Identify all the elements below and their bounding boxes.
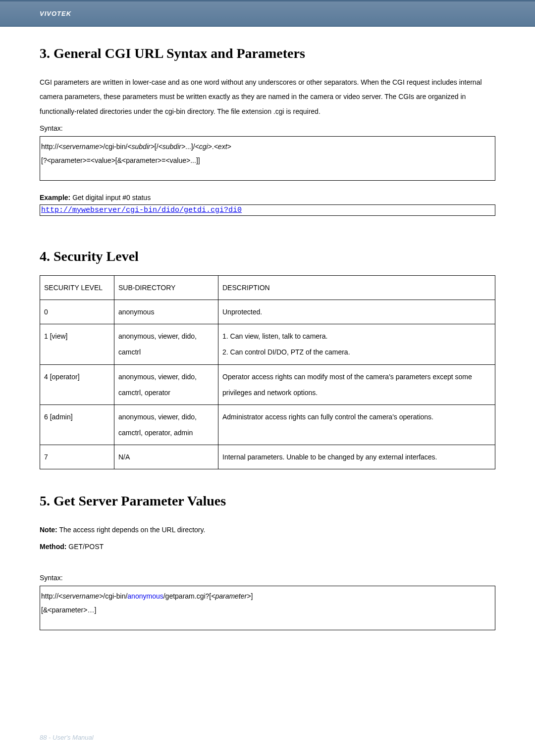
cell-level: 0: [40, 300, 114, 324]
syntax-box-5: http://<servername>/cgi-bin/anonymous/ge…: [40, 586, 495, 630]
example-link-box: http://mywebserver/cgi-bin/dido/getdi.cg…: [40, 204, 495, 216]
text-ital: <servername>: [58, 143, 103, 151]
header-band: VIVOTEK: [0, 0, 535, 26]
text-ital: <parameter>: [211, 592, 251, 600]
text: /getparam.cgi?[: [163, 592, 212, 600]
method-text: GET/POST: [66, 543, 104, 551]
syntax-box-3: http://<servername>/cgi-bin/<subdir>[/<s…: [40, 136, 495, 181]
brand-logo: VIVOTEK: [40, 10, 71, 17]
method-label: Method:: [40, 543, 66, 551]
text: /cgi-bin/: [103, 143, 127, 151]
col-security-level: SECURITY LEVEL: [40, 275, 114, 300]
cell-desc: Operator access rights can modify most o…: [218, 364, 495, 404]
text: [/: [155, 143, 159, 151]
cell-subdir: anonymous, viewer, dido, camctrl: [114, 324, 218, 364]
section-3-paragraph: CGI parameters are written in lower-case…: [40, 75, 495, 119]
syntax-label-5: Syntax:: [40, 571, 495, 585]
security-level-table: SECURITY LEVEL SUB-DIRECTORY DESCRIPTION…: [40, 275, 495, 470]
table-row: 4 [operator] anonymous, viewer, dido, ca…: [40, 364, 495, 404]
syntax-5-line-2: [&<parameter>…]: [41, 603, 494, 617]
cell-level: 6 [admin]: [40, 404, 114, 445]
text: http://: [41, 143, 58, 151]
cell-desc: 1. Can view, listen, talk to camera. 2. …: [218, 324, 495, 364]
syntax-line-1: http://<servername>/cgi-bin/<subdir>[/<s…: [41, 140, 494, 153]
syntax-label-3: Syntax:: [40, 122, 495, 135]
text: >/cgi-bin/: [99, 592, 127, 600]
content-area: 3. General CGI URL Syntax and Parameters…: [0, 27, 535, 630]
cell-subdir: anonymous, viewer, dido, camctrl, operat…: [114, 364, 218, 404]
cell-desc: Unprotected.: [218, 300, 495, 324]
cell-subdir: N/A: [114, 445, 218, 469]
col-description: DESCRIPTION: [218, 275, 495, 300]
page-footer: 88 - User's Manual: [40, 734, 94, 741]
table-row: 1 [view] anonymous, viewer, dido, camctr…: [40, 324, 495, 364]
example-text: Get digital input #0 status: [70, 194, 151, 202]
note-text: The access right depends on the URL dire…: [57, 526, 206, 534]
cell-level: 7: [40, 445, 114, 469]
col-sub-directory: SUB-DIRECTORY: [114, 275, 218, 300]
cell-level: 4 [operator]: [40, 364, 114, 404]
spacer: [40, 556, 495, 571]
table-header-row: SECURITY LEVEL SUB-DIRECTORY DESCRIPTION: [40, 275, 495, 300]
note-line: Note: The access right depends on the UR…: [40, 523, 495, 537]
method-line: Method: GET/POST: [40, 540, 495, 554]
page: VIVOTEK 3. General CGI URL Syntax and Pa…: [0, 0, 535, 756]
note-label: Note:: [40, 526, 57, 534]
syntax-5-line-1: http://<servername>/cgi-bin/anonymous/ge…: [41, 589, 494, 603]
example-row: Example: Get digital input #0 status: [40, 194, 495, 202]
section-5-title: 5. Get Server Parameter Values: [40, 493, 495, 509]
table-row: 0 anonymous Unprotected.: [40, 300, 495, 324]
cell-subdir: anonymous, viewer, dido, camctrl, operat…: [114, 404, 218, 445]
cell-desc: Administrator access rights can fully co…: [218, 404, 495, 445]
example-label: Example:: [40, 194, 70, 202]
spacer: [40, 469, 495, 493]
syntax-line-2: [?<parameter>=<value>[&<parameter>=<valu…: [41, 153, 494, 167]
text-ital: <subdir>: [127, 143, 154, 151]
cell-level: 1 [view]: [40, 324, 114, 364]
table-row: 6 [admin] anonymous, viewer, dido, camct…: [40, 404, 495, 445]
text: http://<: [41, 592, 62, 600]
cell-desc: Internal parameters. Unable to be change…: [218, 445, 495, 469]
text-ital: <ext>: [214, 143, 231, 151]
text-ital: servername: [62, 592, 99, 600]
text: ...]/: [185, 143, 195, 151]
text: ]: [251, 592, 253, 600]
text-link: anonymous: [127, 592, 163, 600]
spacer: [40, 216, 495, 249]
section-4-title: 4. Security Level: [40, 249, 495, 264]
table-row: 7 N/A Internal parameters. Unable to be …: [40, 445, 495, 469]
example-url-link[interactable]: http://mywebserver/cgi-bin/dido/getdi.cg…: [41, 206, 242, 214]
section-3-title: 3. General CGI URL Syntax and Parameters: [40, 46, 495, 61]
text-ital: <subdir>: [159, 143, 185, 151]
cell-subdir: anonymous: [114, 300, 218, 324]
text-ital: <cgi>: [195, 143, 212, 151]
